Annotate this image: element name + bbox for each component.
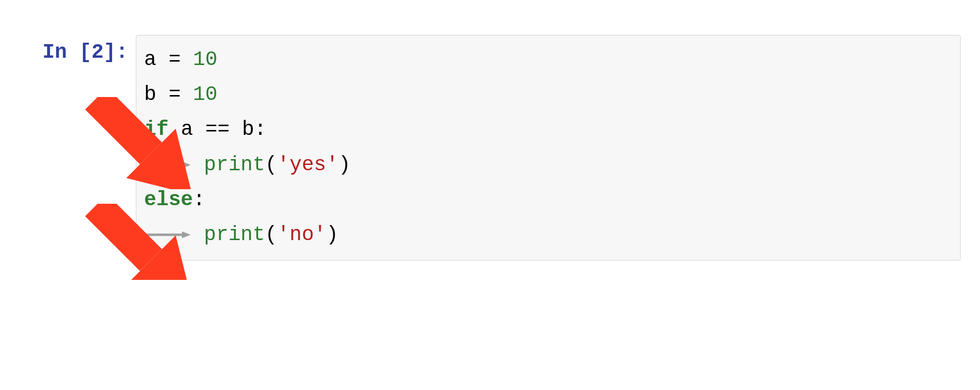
tab-indicator-icon: [144, 230, 192, 239]
tok-variable: b: [242, 118, 254, 141]
svg-marker-3: [182, 231, 191, 238]
prompt-label: In [2]:: [43, 41, 128, 64]
tok-string: 'no': [277, 223, 326, 246]
tok-paren-open: (: [265, 153, 277, 177]
code-line-1: a = 10: [144, 42, 952, 77]
tok-paren-open: (: [265, 223, 277, 246]
code-line-3: if a == b:: [144, 112, 952, 147]
code-line-6: print('no'): [144, 217, 952, 252]
tok-operator: ==: [193, 118, 242, 141]
tok-variable: a: [181, 118, 193, 141]
tok-operator: =: [156, 48, 193, 71]
code-line-4: print('yes'): [144, 147, 952, 182]
input-prompt: In [2]:: [19, 35, 136, 64]
tok-keyword: else: [144, 188, 193, 211]
tok-colon: :: [254, 118, 266, 141]
tok-space: [168, 118, 180, 141]
tok-paren-close: ): [326, 223, 338, 246]
tok-variable: b: [144, 83, 156, 106]
tok-number: 10: [193, 48, 217, 71]
tok-keyword: if: [144, 118, 168, 141]
tok-colon: :: [193, 188, 205, 211]
tok-variable: a: [144, 48, 156, 71]
tok-number: 10: [193, 83, 217, 106]
tok-function: print: [204, 223, 265, 246]
tok-operator: =: [156, 83, 193, 106]
notebook-cell: In [2]: a = 10 b = 10 if a == b: print('…: [19, 35, 961, 260]
tok-string: 'yes': [277, 153, 338, 177]
code-input-area[interactable]: a = 10 b = 10 if a == b: print('yes') el…: [136, 35, 961, 260]
tok-function: print: [204, 153, 265, 177]
code-line-2: b = 10: [144, 77, 952, 112]
tab-indicator-icon: [144, 161, 192, 169]
tok-paren-close: ): [339, 153, 351, 177]
code-line-5: else:: [144, 182, 952, 217]
svg-marker-1: [182, 162, 191, 168]
